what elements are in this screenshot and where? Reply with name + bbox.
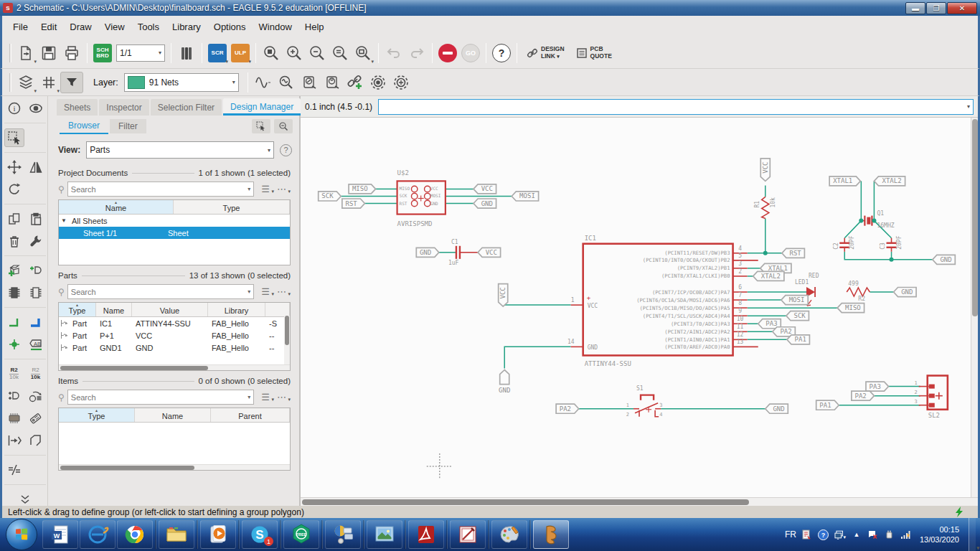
toolbar-handle[interactable]: [9, 44, 11, 62]
sch-brd-toggle[interactable]: SCHBRD: [91, 42, 114, 65]
sheet-row[interactable]: Sheet 1/1 Sheet: [59, 227, 290, 239]
schematic-canvas[interactable]: MISOSCKRSTVCCMOSIGNDGNDVCCRSTXTAL1XTAL2M…: [301, 118, 978, 497]
tray-notes-icon[interactable]: [801, 529, 813, 540]
erc-mark-tool[interactable]: [4, 461, 24, 479]
package-3d-icon[interactable]: [4, 409, 24, 428]
tray-help-icon[interactable]: ?: [818, 529, 829, 540]
list-view-icon[interactable]: ☰▾: [261, 184, 270, 194]
command-input[interactable]: [379, 100, 967, 114]
start-button[interactable]: [6, 519, 37, 550]
save-button[interactable]: [37, 42, 60, 65]
select-mode-button[interactable]: [252, 119, 270, 133]
items-column-Parent[interactable]: Parent: [211, 408, 290, 422]
library-button[interactable]: [175, 42, 198, 65]
package-smd-icon[interactable]: [4, 283, 24, 302]
parts-column-Type[interactable]: ▴Type: [59, 303, 96, 316]
pcb-quote-button[interactable]: PCBQUOTE: [570, 42, 618, 65]
pad[interactable]: [411, 200, 417, 206]
command-line[interactable]: ▾: [378, 99, 974, 115]
more-options-icon[interactable]: ⋯▾: [277, 392, 286, 402]
help-button[interactable]: ?: [490, 42, 513, 65]
label-tool[interactable]: AB: [26, 335, 46, 354]
show-tool[interactable]: [26, 99, 46, 118]
tab-browser[interactable]: Browser: [60, 118, 108, 134]
taskbar-display-switch-icon[interactable]: [325, 520, 361, 549]
layer-settings-button[interactable]: ▾: [14, 71, 37, 94]
taskbar-eagle-icon[interactable]: [533, 520, 569, 549]
value-tool[interactable]: R210k▾: [26, 364, 46, 383]
pad[interactable]: [425, 200, 430, 206]
taskbar-explorer-icon[interactable]: [159, 520, 194, 549]
taskbar-skype-icon[interactable]: S1: [242, 520, 278, 549]
junction[interactable]: [859, 219, 863, 223]
part-wire[interactable]: [762, 197, 769, 218]
delete-tool[interactable]: [4, 232, 24, 250]
wrench-tool[interactable]: [26, 232, 46, 250]
info-tool[interactable]: i: [4, 99, 24, 118]
part-fill[interactable]: [929, 403, 935, 408]
parts-vertical-scrollbar[interactable]: [284, 316, 290, 364]
ammeter-button[interactable]: [321, 71, 344, 94]
taskbar-palette-icon[interactable]: [491, 520, 527, 549]
copy-tool[interactable]: [4, 209, 24, 228]
view-select[interactable]: Parts▾: [86, 141, 274, 159]
sheet-selector[interactable]: 1/1▾: [114, 42, 167, 65]
attribute-tool[interactable]: [26, 409, 46, 428]
project-documents-search-input[interactable]: [71, 185, 248, 194]
junction[interactable]: [872, 219, 876, 223]
rotate-tool[interactable]: [4, 180, 24, 199]
tray-action-center-icon[interactable]: [867, 529, 879, 540]
paste-tool[interactable]: [26, 209, 46, 228]
taskbar-ie-icon[interactable]: [80, 520, 116, 549]
redo-button[interactable]: [405, 42, 428, 65]
tray-power-plug-icon[interactable]: [884, 529, 895, 540]
advanced-gear-button[interactable]: [390, 71, 413, 94]
taskbar-photo-viewer-icon[interactable]: [367, 520, 402, 549]
menu-options[interactable]: Options: [207, 19, 253, 35]
junction[interactable]: [890, 258, 894, 262]
invoke-tool[interactable]: [4, 387, 24, 405]
tab-filter[interactable]: Filter: [110, 119, 146, 133]
probe-button[interactable]: [275, 71, 298, 94]
junction-tool[interactable]: [4, 335, 24, 354]
pad[interactable]: [425, 193, 430, 199]
stop-button[interactable]: [436, 42, 459, 65]
undo-button[interactable]: [382, 42, 405, 65]
part-wire[interactable]: [655, 410, 659, 417]
zoom-in-button[interactable]: [283, 42, 306, 65]
taskbar-chrome-icon[interactable]: [117, 520, 153, 549]
toolbar-handle-2[interactable]: [9, 73, 11, 92]
menu-tools[interactable]: Tools: [131, 19, 166, 35]
zoom-select-button[interactable]: [329, 42, 352, 65]
parts-horizontal-scrollbar[interactable]: [59, 364, 290, 370]
junction[interactable]: [763, 251, 768, 255]
items-search-input[interactable]: [71, 393, 248, 402]
restore-button[interactable]: ❐: [926, 2, 946, 14]
all-sheets-row[interactable]: ▼All Sheets: [59, 215, 290, 227]
add-gate-tool[interactable]: ▾: [26, 261, 46, 280]
more-tools-chevron[interactable]: [4, 490, 46, 506]
net-wire[interactable]: [844, 221, 861, 238]
design-link-button[interactable]: DESIGNLINK ▾: [521, 42, 570, 65]
mirror-tool[interactable]: [26, 158, 46, 176]
taskbar-paint-app-icon[interactable]: [450, 520, 486, 549]
new-document-button[interactable]: ▾: [14, 42, 37, 65]
group-select-tool[interactable]: [4, 128, 24, 147]
grid-button[interactable]: ▾: [37, 71, 60, 94]
part-fill[interactable]: [929, 394, 935, 398]
selection-filter-button[interactable]: [60, 72, 83, 93]
print-button[interactable]: [60, 42, 83, 65]
move-tool[interactable]: [4, 158, 24, 176]
canvas-horizontal-scrollbar[interactable]: [301, 497, 978, 506]
show-desktop-button[interactable]: [969, 518, 976, 551]
go-button[interactable]: GO: [459, 42, 482, 65]
canvas-vertical-scrollbar[interactable]: [971, 118, 978, 497]
items-horizontal-scrollbar[interactable]: [59, 464, 290, 470]
net-tool[interactable]: [4, 313, 24, 331]
tray-network-icon[interactable]: [900, 529, 912, 540]
menu-edit[interactable]: Edit: [34, 19, 63, 35]
menu-library[interactable]: Library: [166, 19, 207, 35]
add-part-tool[interactable]: [4, 261, 24, 280]
voltmeter-button[interactable]: [298, 71, 321, 94]
net-wire[interactable]: [844, 252, 933, 260]
